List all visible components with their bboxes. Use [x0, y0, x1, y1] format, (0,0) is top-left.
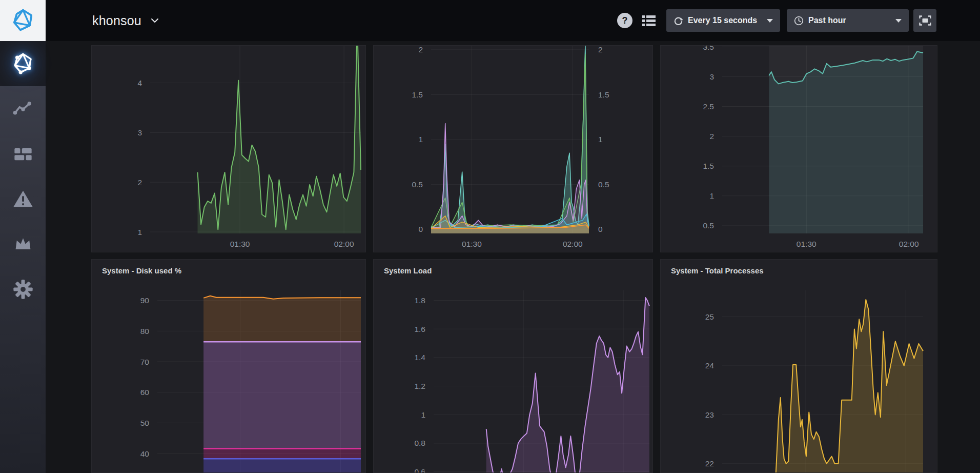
svg-text:1.4: 1.4 [414, 353, 425, 362]
svg-text:2: 2 [418, 46, 423, 54]
svg-text:2: 2 [137, 178, 142, 187]
svg-text:01:30: 01:30 [230, 240, 250, 248]
svg-text:01:30: 01:30 [797, 240, 816, 248]
panel-chart-1: 432101:3002:00 [91, 45, 366, 252]
dashboard-title: khonsou [92, 13, 141, 28]
grid-icon [13, 144, 33, 164]
sidebar-nav [0, 41, 46, 473]
svg-text:1: 1 [418, 135, 423, 144]
gear-icon [12, 279, 34, 300]
panel-total-processes: System - Total Processes 25242322 [660, 259, 937, 473]
svg-text:1.2: 1.2 [414, 382, 425, 390]
svg-text:1.5: 1.5 [598, 90, 609, 99]
svg-text:3.5: 3.5 [703, 46, 714, 51]
svg-text:3: 3 [137, 128, 142, 137]
clock-icon [794, 16, 804, 26]
fullscreen-icon [919, 15, 931, 26]
panel-disk-used: System - Disk used % 908070605040 [91, 259, 366, 473]
crown-icon [13, 234, 33, 254]
svg-text:1: 1 [137, 228, 142, 236]
svg-text:0.5: 0.5 [412, 180, 423, 189]
panel-chart-2: 21.510.5021.510.5001:3002:00 [373, 45, 653, 252]
svg-text:23: 23 [705, 410, 714, 419]
svg-text:1.8: 1.8 [414, 296, 425, 305]
svg-text:1.6: 1.6 [414, 325, 425, 333]
svg-text:2.5: 2.5 [703, 102, 714, 111]
sidebar-item-settings[interactable] [0, 267, 46, 312]
caret-down-icon [895, 19, 902, 23]
svg-text:25: 25 [705, 312, 714, 321]
app-logo[interactable] [0, 0, 46, 41]
sidebar-item-admin[interactable] [0, 222, 46, 267]
time-series-chart[interactable]: 432101:3002:00 [92, 46, 365, 252]
svg-text:02:00: 02:00 [563, 240, 583, 248]
svg-text:1: 1 [421, 410, 425, 419]
sidebar-item-metrics[interactable] [0, 86, 46, 131]
svg-text:50: 50 [140, 419, 150, 427]
svg-text:1: 1 [709, 191, 714, 200]
svg-text:0: 0 [418, 225, 423, 233]
svg-text:0.5: 0.5 [703, 221, 714, 230]
sidebar-item-home[interactable] [0, 41, 46, 86]
svg-text:90: 90 [140, 296, 150, 305]
logo-network-icon [12, 52, 34, 75]
activity-icon [13, 98, 33, 119]
sidebar-item-alerting[interactable] [0, 176, 46, 222]
svg-text:80: 80 [140, 327, 150, 336]
svg-text:40: 40 [140, 449, 150, 458]
svg-text:0.6: 0.6 [414, 467, 425, 472]
refresh-interval-label: Every 15 seconds [688, 16, 757, 25]
top-navbar: khonsou ? Every 15 seconds [0, 0, 980, 41]
svg-text:4: 4 [137, 78, 142, 87]
logo-network-icon [11, 8, 35, 33]
zoom-out-button[interactable] [913, 9, 936, 32]
sidebar-item-dashboards[interactable] [0, 131, 46, 176]
svg-text:01:30: 01:30 [462, 240, 482, 248]
panel-chart-3: 3.532.521.510.501:3002:00 [660, 45, 937, 252]
panel-title[interactable]: System - Total Processes [671, 266, 764, 275]
caret-down-icon [767, 19, 773, 23]
time-series-chart[interactable]: 908070605040 [92, 260, 365, 472]
svg-text:0.5: 0.5 [598, 180, 609, 189]
svg-text:60: 60 [140, 388, 150, 397]
svg-text:02:00: 02:00 [334, 240, 354, 248]
help-icon: ? [622, 15, 628, 26]
help-button[interactable]: ? [617, 13, 632, 28]
svg-text:2: 2 [709, 132, 714, 141]
svg-text:24: 24 [705, 361, 714, 370]
alert-triangle-icon [12, 188, 34, 210]
time-series-chart[interactable]: 1.81.61.41.210.80.6 [374, 260, 652, 472]
refresh-interval-button[interactable]: Every 15 seconds [666, 9, 780, 32]
svg-text:02:00: 02:00 [899, 240, 919, 248]
panel-rows-icon[interactable] [642, 14, 656, 27]
refresh-icon [673, 16, 683, 26]
time-series-chart[interactable]: 25242322 [661, 260, 937, 472]
topbar-actions: ? Every 15 seconds Past hour [617, 0, 936, 41]
dashboard-title-dropdown[interactable]: khonsou [92, 0, 160, 41]
panel-title[interactable]: System Load [384, 266, 432, 275]
time-range-button[interactable]: Past hour [787, 9, 909, 32]
svg-text:1.5: 1.5 [703, 162, 714, 170]
svg-text:0.8: 0.8 [414, 439, 425, 447]
svg-text:70: 70 [140, 358, 150, 366]
time-range-label: Past hour [808, 16, 846, 25]
chevron-down-icon [150, 15, 160, 26]
panel-title[interactable]: System - Disk used % [102, 266, 181, 275]
time-series-chart[interactable]: 3.532.521.510.501:3002:00 [661, 46, 937, 252]
svg-text:1: 1 [598, 135, 603, 144]
svg-text:0: 0 [598, 225, 603, 233]
svg-text:3: 3 [709, 72, 714, 81]
time-series-chart[interactable]: 21.510.5021.510.5001:3002:00 [374, 46, 652, 252]
panel-system-load: System Load 1.81.61.41.210.80.6 [373, 259, 653, 473]
svg-text:2: 2 [598, 46, 603, 54]
svg-text:1.5: 1.5 [412, 90, 423, 99]
svg-text:22: 22 [705, 459, 714, 468]
